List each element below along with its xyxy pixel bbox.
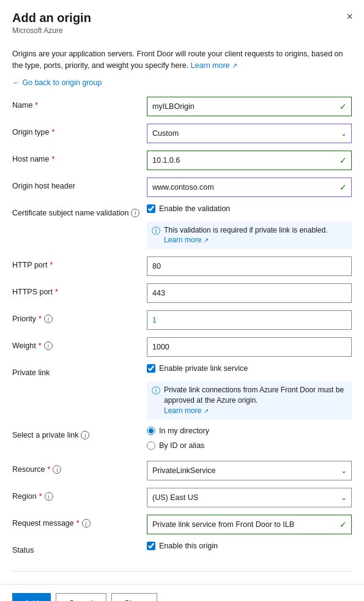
region-required: * — [39, 492, 42, 501]
back-to-origin-group-link[interactable]: ← Go back to origin group — [12, 78, 102, 87]
weight-row: Weight * i — [12, 337, 352, 357]
request-message-row: Request message * i ✓ — [12, 515, 352, 534]
name-check-icon: ✓ — [340, 102, 347, 111]
host-name-input[interactable] — [147, 151, 352, 170]
cert-validation-info-box: ⓘ This validation is required if private… — [147, 222, 352, 250]
cert-validation-info-icon[interactable]: i — [131, 209, 139, 217]
private-link-info-text: Private link connections from Azure Fron… — [164, 385, 347, 416]
name-control: ✓ — [147, 97, 352, 116]
header: Add an origin Microsoft Azure × — [0, 0, 364, 41]
https-port-input[interactable] — [147, 283, 352, 303]
weight-label: Weight * i — [12, 337, 147, 350]
cert-learn-more-link[interactable]: Learn more ↗ — [164, 236, 209, 244]
origin-type-select-wrap: Custom ⌄ — [147, 124, 352, 143]
http-port-control — [147, 256, 352, 276]
region-row: Region * i (US) East US ⌄ — [12, 488, 352, 507]
panel: Add an origin Microsoft Azure × Origins … — [0, 0, 364, 601]
private-link-checkbox-label: Enable private link service — [159, 364, 248, 373]
origin-type-required: * — [51, 128, 54, 136]
region-label: Region * i — [12, 488, 147, 501]
name-label: Name * — [12, 97, 147, 110]
radio-in-my-directory-row: In my directory — [147, 427, 352, 435]
header-subtitle: Microsoft Azure — [12, 26, 352, 35]
origin-type-label: Origin type * — [12, 124, 147, 136]
radio-by-id[interactable] — [147, 441, 155, 450]
radio-in-my-directory-label: In my directory — [159, 427, 209, 435]
status-checkbox[interactable] — [147, 542, 155, 550]
radio-by-id-label: By ID or alias — [159, 441, 204, 450]
https-port-required: * — [55, 288, 58, 296]
request-message-input-wrap: ✓ — [147, 515, 352, 534]
host-name-row: Host name * ✓ — [12, 151, 352, 170]
region-info-icon[interactable]: i — [45, 492, 53, 501]
origin-host-header-input-wrap: ✓ — [147, 177, 352, 197]
resource-label: Resource * i — [12, 461, 147, 474]
http-port-row: HTTP port * — [12, 256, 352, 276]
region-control: (US) East US ⌄ — [147, 488, 352, 507]
radio-in-my-directory[interactable] — [147, 427, 155, 435]
description-learn-more-link[interactable]: Learn more ↗ — [191, 61, 237, 70]
host-name-check-icon: ✓ — [340, 155, 347, 165]
priority-required: * — [39, 315, 42, 323]
cancel-button[interactable]: Cancel — [56, 593, 106, 601]
cert-validation-checkbox-label: Enable the validation — [159, 204, 230, 213]
resource-info-icon[interactable]: i — [53, 465, 61, 474]
close-footer-button[interactable]: Close — [111, 593, 157, 601]
external-link-icon: ↗ — [232, 62, 237, 69]
status-checkbox-row: Enable this origin — [147, 542, 352, 550]
radio-by-id-row: By ID or alias — [147, 441, 352, 450]
host-name-label: Host name * — [12, 151, 147, 163]
http-port-required: * — [50, 261, 53, 269]
request-message-input[interactable] — [147, 515, 352, 534]
description-text: Origins are your application servers. Fr… — [12, 48, 352, 72]
status-checkbox-label: Enable this origin — [159, 542, 218, 550]
cert-validation-checkbox-row: Enable the validation — [147, 204, 352, 213]
origin-type-select[interactable]: Custom — [147, 124, 352, 143]
region-select[interactable]: (US) East US — [147, 488, 352, 507]
priority-input[interactable] — [147, 310, 352, 330]
private-link-row: Private link Enable private link service… — [12, 364, 352, 419]
https-port-row: HTTPS port * — [12, 283, 352, 303]
https-port-label: HTTPS port * — [12, 283, 147, 296]
host-name-input-wrap: ✓ — [147, 151, 352, 170]
footer: Add Cancel Close — [0, 584, 364, 601]
cert-validation-info-text: This validation is required if private l… — [164, 225, 327, 246]
origin-type-row: Origin type * Custom ⌄ — [12, 124, 352, 143]
request-message-label: Request message * i — [12, 515, 147, 528]
http-port-label: HTTP port * — [12, 256, 147, 269]
cert-validation-row: Certificate subject name validation i En… — [12, 204, 352, 250]
cert-validation-control: Enable the validation ⓘ This validation … — [147, 204, 352, 250]
private-link-learn-more-link[interactable]: Learn more ↗ — [164, 406, 209, 415]
host-name-control: ✓ — [147, 151, 352, 170]
priority-label: Priority * i — [12, 310, 147, 323]
priority-info-icon[interactable]: i — [44, 315, 53, 323]
request-message-info-icon[interactable]: i — [82, 519, 91, 528]
select-private-link-info-icon[interactable]: i — [81, 431, 89, 439]
origin-host-header-input[interactable] — [147, 177, 352, 197]
cert-validation-checkbox[interactable] — [147, 204, 155, 213]
weight-required: * — [39, 342, 42, 350]
status-label: Status — [12, 542, 147, 554]
request-message-required: * — [76, 519, 80, 528]
status-row: Status Enable this origin — [12, 542, 352, 561]
private-link-info-box: ⓘ Private link connections from Azure Fr… — [147, 381, 352, 419]
origin-host-header-control: ✓ — [147, 177, 352, 197]
origin-host-header-label: Origin host header — [12, 177, 147, 190]
add-button[interactable]: Add — [12, 593, 51, 601]
http-port-input[interactable] — [147, 256, 352, 276]
weight-input[interactable] — [147, 337, 352, 357]
weight-info-icon[interactable]: i — [44, 342, 53, 350]
resource-select-wrap: PrivateLinkService ⌄ — [147, 461, 352, 480]
origin-type-control: Custom ⌄ — [147, 124, 352, 143]
name-input-wrap: ✓ — [147, 97, 352, 116]
host-name-required: * — [51, 155, 54, 163]
resource-row: Resource * i PrivateLinkService ⌄ — [12, 461, 352, 480]
page-title: Add an origin — [12, 11, 352, 25]
private-link-checkbox[interactable] — [147, 364, 155, 373]
select-private-link-row: Select a private link i In my directory … — [12, 427, 352, 454]
close-button[interactable]: × — [346, 11, 353, 22]
name-input[interactable] — [147, 97, 352, 116]
request-message-check-icon: ✓ — [340, 520, 347, 529]
resource-select[interactable]: PrivateLinkService — [147, 461, 352, 480]
priority-control — [147, 310, 352, 330]
